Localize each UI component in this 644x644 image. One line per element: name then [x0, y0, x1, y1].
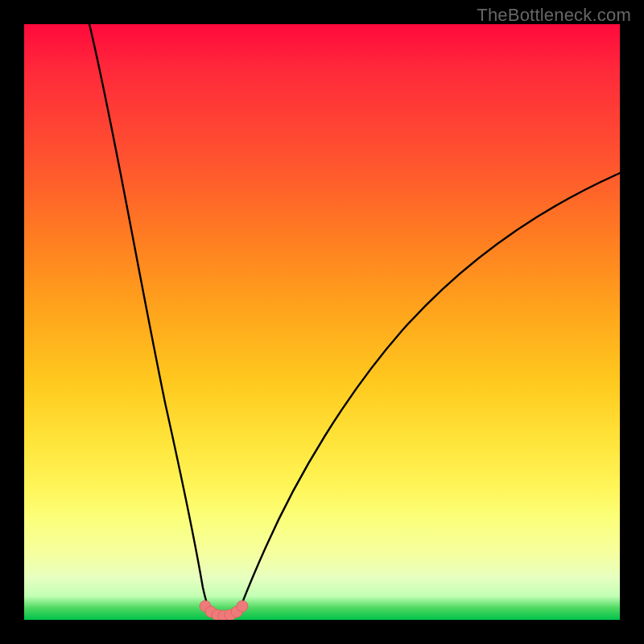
- left-curve: [89, 24, 210, 613]
- chart-container: TheBottleneck.com: [0, 0, 644, 644]
- marker-dot: [237, 601, 248, 612]
- marker-group: [200, 601, 248, 620]
- right-curve: [238, 173, 620, 613]
- watermark-label: TheBottleneck.com: [477, 5, 631, 26]
- chart-svg: [24, 24, 620, 620]
